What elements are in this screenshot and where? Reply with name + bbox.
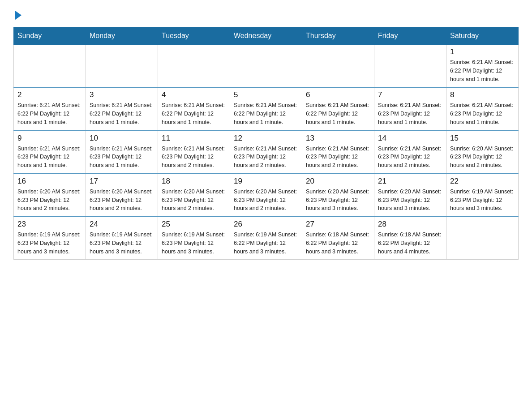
day-info: Sunrise: 6:19 AM Sunset: 6:22 PM Dayligh… bbox=[234, 231, 298, 256]
day-number: 19 bbox=[234, 177, 298, 186]
calendar-day-cell: 6Sunrise: 6:21 AM Sunset: 6:22 PM Daylig… bbox=[302, 87, 374, 130]
day-info: Sunrise: 6:20 AM Sunset: 6:23 PM Dayligh… bbox=[17, 188, 82, 213]
calendar-day-cell: 5Sunrise: 6:21 AM Sunset: 6:22 PM Daylig… bbox=[230, 87, 302, 130]
calendar-week-row: 16Sunrise: 6:20 AM Sunset: 6:23 PM Dayli… bbox=[14, 174, 519, 217]
day-number: 20 bbox=[306, 177, 370, 186]
weekday-header-saturday: Saturday bbox=[446, 27, 519, 45]
calendar-day-cell: 23Sunrise: 6:19 AM Sunset: 6:23 PM Dayli… bbox=[14, 217, 86, 260]
day-info: Sunrise: 6:21 AM Sunset: 6:23 PM Dayligh… bbox=[450, 101, 515, 126]
day-number: 23 bbox=[17, 220, 82, 229]
calendar-day-cell: 27Sunrise: 6:18 AM Sunset: 6:22 PM Dayli… bbox=[302, 217, 374, 260]
calendar-day-cell: 16Sunrise: 6:20 AM Sunset: 6:23 PM Dayli… bbox=[14, 174, 86, 217]
day-info: Sunrise: 6:20 AM Sunset: 6:23 PM Dayligh… bbox=[90, 188, 154, 213]
calendar-day-cell: 11Sunrise: 6:21 AM Sunset: 6:23 PM Dayli… bbox=[158, 131, 230, 174]
logo bbox=[13, 9, 21, 18]
calendar-day-cell: 2Sunrise: 6:21 AM Sunset: 6:22 PM Daylig… bbox=[14, 87, 86, 130]
day-info: Sunrise: 6:21 AM Sunset: 6:23 PM Dayligh… bbox=[17, 145, 82, 170]
calendar-day-cell: 12Sunrise: 6:21 AM Sunset: 6:23 PM Dayli… bbox=[230, 131, 302, 174]
day-number: 27 bbox=[306, 220, 370, 229]
day-number: 12 bbox=[234, 134, 298, 143]
calendar-day-cell: 13Sunrise: 6:21 AM Sunset: 6:23 PM Dayli… bbox=[302, 131, 374, 174]
day-number: 10 bbox=[90, 134, 154, 143]
day-number: 3 bbox=[90, 90, 154, 99]
day-info: Sunrise: 6:21 AM Sunset: 6:23 PM Dayligh… bbox=[234, 145, 298, 170]
calendar-day-cell: 7Sunrise: 6:21 AM Sunset: 6:23 PM Daylig… bbox=[374, 87, 446, 130]
calendar-day-cell: 18Sunrise: 6:20 AM Sunset: 6:23 PM Dayli… bbox=[158, 174, 230, 217]
weekday-header-row: SundayMondayTuesdayWednesdayThursdayFrid… bbox=[14, 27, 519, 45]
day-info: Sunrise: 6:19 AM Sunset: 6:23 PM Dayligh… bbox=[17, 231, 82, 256]
weekday-header-monday: Monday bbox=[86, 27, 158, 45]
calendar-day-cell: 8Sunrise: 6:21 AM Sunset: 6:23 PM Daylig… bbox=[446, 87, 519, 130]
day-number: 26 bbox=[234, 220, 298, 229]
calendar-day-cell: 3Sunrise: 6:21 AM Sunset: 6:22 PM Daylig… bbox=[86, 87, 158, 130]
day-info: Sunrise: 6:20 AM Sunset: 6:23 PM Dayligh… bbox=[378, 188, 442, 213]
weekday-header-friday: Friday bbox=[374, 27, 446, 45]
calendar-day-cell: 10Sunrise: 6:21 AM Sunset: 6:23 PM Dayli… bbox=[86, 131, 158, 174]
calendar-week-row: 23Sunrise: 6:19 AM Sunset: 6:23 PM Dayli… bbox=[14, 217, 519, 260]
day-info: Sunrise: 6:20 AM Sunset: 6:23 PM Dayligh… bbox=[234, 188, 298, 213]
day-info: Sunrise: 6:21 AM Sunset: 6:22 PM Dayligh… bbox=[17, 101, 82, 126]
day-number: 6 bbox=[306, 90, 370, 99]
day-info: Sunrise: 6:20 AM Sunset: 6:23 PM Dayligh… bbox=[162, 188, 226, 213]
day-info: Sunrise: 6:20 AM Sunset: 6:23 PM Dayligh… bbox=[306, 188, 370, 213]
calendar-day-cell: 9Sunrise: 6:21 AM Sunset: 6:23 PM Daylig… bbox=[14, 131, 86, 174]
calendar-day-cell: 25Sunrise: 6:19 AM Sunset: 6:23 PM Dayli… bbox=[158, 217, 230, 260]
calendar-day-cell: 28Sunrise: 6:18 AM Sunset: 6:22 PM Dayli… bbox=[374, 217, 446, 260]
weekday-header-tuesday: Tuesday bbox=[158, 27, 230, 45]
weekday-header-thursday: Thursday bbox=[302, 27, 374, 45]
calendar-day-cell: 24Sunrise: 6:19 AM Sunset: 6:23 PM Dayli… bbox=[86, 217, 158, 260]
day-info: Sunrise: 6:21 AM Sunset: 6:23 PM Dayligh… bbox=[378, 101, 442, 126]
day-info: Sunrise: 6:19 AM Sunset: 6:23 PM Dayligh… bbox=[162, 231, 226, 256]
day-info: Sunrise: 6:21 AM Sunset: 6:23 PM Dayligh… bbox=[162, 145, 226, 170]
day-info: Sunrise: 6:21 AM Sunset: 6:22 PM Dayligh… bbox=[162, 101, 226, 126]
day-info: Sunrise: 6:19 AM Sunset: 6:23 PM Dayligh… bbox=[90, 231, 154, 256]
day-info: Sunrise: 6:21 AM Sunset: 6:22 PM Dayligh… bbox=[450, 58, 515, 83]
day-number: 15 bbox=[450, 134, 515, 143]
day-number: 18 bbox=[162, 177, 226, 186]
calendar-day-cell: 15Sunrise: 6:20 AM Sunset: 6:23 PM Dayli… bbox=[446, 131, 519, 174]
day-number: 8 bbox=[450, 90, 515, 99]
day-number: 24 bbox=[90, 220, 154, 229]
weekday-header-sunday: Sunday bbox=[14, 27, 86, 45]
day-number: 22 bbox=[450, 177, 515, 186]
day-number: 13 bbox=[306, 134, 370, 143]
day-number: 4 bbox=[162, 90, 226, 99]
calendar-day-cell: 1Sunrise: 6:21 AM Sunset: 6:22 PM Daylig… bbox=[446, 45, 519, 88]
calendar-day-cell: 17Sunrise: 6:20 AM Sunset: 6:23 PM Dayli… bbox=[86, 174, 158, 217]
calendar-table: SundayMondayTuesdayWednesdayThursdayFrid… bbox=[13, 27, 519, 260]
logo-arrow-icon bbox=[15, 11, 21, 20]
calendar-day-cell: 21Sunrise: 6:20 AM Sunset: 6:23 PM Dayli… bbox=[374, 174, 446, 217]
calendar-week-row: 2Sunrise: 6:21 AM Sunset: 6:22 PM Daylig… bbox=[14, 87, 519, 130]
day-info: Sunrise: 6:18 AM Sunset: 6:22 PM Dayligh… bbox=[378, 231, 442, 256]
day-info: Sunrise: 6:21 AM Sunset: 6:23 PM Dayligh… bbox=[90, 145, 154, 170]
day-info: Sunrise: 6:19 AM Sunset: 6:23 PM Dayligh… bbox=[450, 188, 515, 213]
calendar-day-cell: 20Sunrise: 6:20 AM Sunset: 6:23 PM Dayli… bbox=[302, 174, 374, 217]
weekday-header-wednesday: Wednesday bbox=[230, 27, 302, 45]
calendar-day-cell: 19Sunrise: 6:20 AM Sunset: 6:23 PM Dayli… bbox=[230, 174, 302, 217]
calendar-week-row: 9Sunrise: 6:21 AM Sunset: 6:23 PM Daylig… bbox=[14, 131, 519, 174]
day-number: 5 bbox=[234, 90, 298, 99]
day-info: Sunrise: 6:21 AM Sunset: 6:22 PM Dayligh… bbox=[234, 101, 298, 126]
day-number: 7 bbox=[378, 90, 442, 99]
day-number: 2 bbox=[17, 90, 82, 99]
calendar-day-cell bbox=[302, 45, 374, 88]
calendar-day-cell bbox=[158, 45, 230, 88]
calendar-day-cell: 14Sunrise: 6:21 AM Sunset: 6:23 PM Dayli… bbox=[374, 131, 446, 174]
day-number: 14 bbox=[378, 134, 442, 143]
day-number: 25 bbox=[162, 220, 226, 229]
day-info: Sunrise: 6:18 AM Sunset: 6:22 PM Dayligh… bbox=[306, 231, 370, 256]
calendar-day-cell bbox=[86, 45, 158, 88]
calendar-week-row: 1Sunrise: 6:21 AM Sunset: 6:22 PM Daylig… bbox=[14, 45, 519, 88]
day-number: 16 bbox=[17, 177, 82, 186]
day-number: 17 bbox=[90, 177, 154, 186]
day-number: 21 bbox=[378, 177, 442, 186]
day-info: Sunrise: 6:20 AM Sunset: 6:23 PM Dayligh… bbox=[450, 145, 515, 170]
calendar-day-cell: 22Sunrise: 6:19 AM Sunset: 6:23 PM Dayli… bbox=[446, 174, 519, 217]
calendar-day-cell: 26Sunrise: 6:19 AM Sunset: 6:22 PM Dayli… bbox=[230, 217, 302, 260]
calendar-day-cell bbox=[230, 45, 302, 88]
day-number: 9 bbox=[17, 134, 82, 143]
calendar-day-cell bbox=[14, 45, 86, 88]
day-info: Sunrise: 6:21 AM Sunset: 6:22 PM Dayligh… bbox=[90, 101, 154, 126]
calendar-day-cell: 4Sunrise: 6:21 AM Sunset: 6:22 PM Daylig… bbox=[158, 87, 230, 130]
page-header bbox=[13, 9, 519, 18]
